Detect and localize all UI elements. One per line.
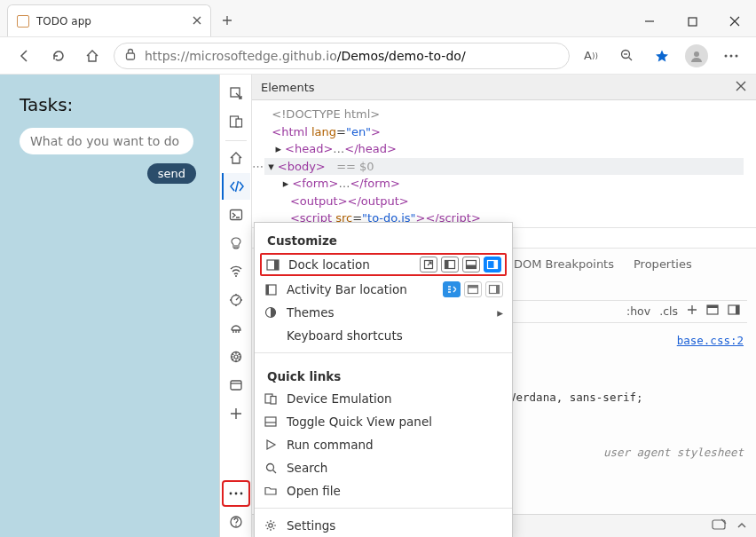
toggle-sidebar-icon[interactable] bbox=[728, 304, 740, 318]
refresh-button[interactable] bbox=[46, 43, 71, 68]
dock-bottom-option[interactable] bbox=[462, 257, 480, 272]
activity-bar-location-row[interactable]: Activity Bar location bbox=[255, 278, 512, 301]
read-aloud-icon[interactable]: A)) bbox=[579, 43, 603, 68]
todo-input[interactable] bbox=[20, 128, 193, 154]
subtab-dom-breakpoints[interactable]: DOM Breakpoints bbox=[514, 257, 614, 271]
gear-icon bbox=[264, 519, 278, 532]
shortcuts-label: Keyboard shortcuts bbox=[287, 328, 403, 343]
abar-top-option[interactable] bbox=[464, 281, 482, 297]
activity-bar bbox=[220, 75, 252, 537]
security-icon[interactable] bbox=[222, 372, 250, 399]
dock-left-option[interactable] bbox=[441, 257, 459, 272]
help-icon[interactable] bbox=[222, 509, 250, 535]
zoom-icon[interactable] bbox=[614, 43, 639, 68]
settings-row[interactable]: Settings bbox=[255, 514, 512, 537]
profile-avatar[interactable] bbox=[685, 44, 708, 67]
search-row[interactable]: Search bbox=[255, 456, 512, 479]
dom-tree[interactable]: <!DOCTYPE html> <html lang="en"> ▸ <head… bbox=[252, 100, 756, 227]
search-label: Search bbox=[287, 461, 327, 475]
browser-tab[interactable]: TODO app bbox=[7, 4, 211, 36]
todo-page: Tasks: send bbox=[0, 75, 219, 537]
url-text: https://microsoftedge.github.io/Demos/de… bbox=[145, 49, 466, 63]
abar-left-option[interactable] bbox=[443, 281, 461, 297]
svg-rect-15 bbox=[231, 381, 241, 390]
inspect-icon[interactable] bbox=[222, 80, 250, 107]
stylesheet-link[interactable]: base.css:2 bbox=[677, 334, 744, 347]
browser-toolbar: https://microsoftedge.github.io/Demos/de… bbox=[0, 37, 756, 75]
dock-undock-option[interactable] bbox=[420, 257, 437, 272]
back-button[interactable] bbox=[12, 43, 37, 68]
keyboard-shortcuts-row[interactable]: Keyboard shortcuts bbox=[255, 324, 512, 347]
new-tab-button[interactable] bbox=[211, 4, 243, 36]
home-button[interactable] bbox=[80, 43, 105, 68]
themes-row[interactable]: Themes ▸ bbox=[255, 301, 512, 324]
activity-bar-icon bbox=[264, 284, 278, 296]
window-minimize-button[interactable] bbox=[628, 6, 671, 36]
browser-titlebar: TODO app bbox=[0, 0, 756, 37]
svg-point-3 bbox=[694, 51, 699, 57]
svg-rect-9 bbox=[236, 119, 242, 127]
css-rule-text: Verdana, sans-serif; bbox=[509, 391, 643, 404]
favorite-star-icon[interactable] bbox=[650, 43, 674, 68]
devtools-close-icon[interactable] bbox=[735, 80, 747, 95]
elements-icon[interactable] bbox=[222, 173, 250, 200]
window-close-button[interactable] bbox=[713, 6, 756, 36]
welcome-icon[interactable] bbox=[222, 145, 250, 171]
computed-styles-icon[interactable] bbox=[706, 304, 719, 318]
chevron-up-icon[interactable] bbox=[736, 519, 747, 533]
hov-toggle[interactable]: :hov bbox=[626, 304, 650, 318]
run-command-row[interactable]: Run command bbox=[255, 433, 512, 456]
dock-location-label: Dock location bbox=[288, 257, 370, 272]
themes-icon bbox=[264, 306, 278, 319]
toggle-quickview-row[interactable]: Toggle Quick View panel bbox=[255, 410, 512, 433]
svg-point-17 bbox=[234, 493, 237, 495]
svg-rect-43 bbox=[271, 397, 276, 405]
add-tool-icon[interactable] bbox=[222, 400, 250, 427]
svg-point-20 bbox=[235, 525, 237, 526]
folder-icon bbox=[264, 486, 278, 496]
device-emulation-row[interactable]: Device Emulation bbox=[255, 387, 512, 410]
cls-toggle[interactable]: .cls bbox=[659, 304, 678, 318]
sources-icon[interactable] bbox=[222, 230, 250, 257]
svg-rect-34 bbox=[494, 261, 498, 269]
open-file-row[interactable]: Open file bbox=[255, 479, 512, 502]
device-emulation-label: Device Emulation bbox=[287, 391, 392, 406]
svg-point-18 bbox=[240, 493, 242, 495]
popup-heading-quicklinks: Quick links bbox=[255, 359, 512, 387]
svg-point-46 bbox=[269, 524, 272, 527]
issues-icon[interactable] bbox=[712, 519, 726, 533]
panel-tab-elements[interactable]: Elements bbox=[261, 81, 315, 94]
more-tools-button[interactable] bbox=[222, 480, 250, 507]
close-tab-icon[interactable] bbox=[193, 15, 201, 28]
more-menu-button[interactable] bbox=[719, 43, 744, 68]
device-toggle-icon[interactable] bbox=[222, 108, 250, 135]
svg-rect-22 bbox=[707, 305, 718, 308]
popup-heading-customize: Customize bbox=[255, 223, 512, 251]
lock-icon bbox=[125, 48, 136, 63]
new-style-rule-icon[interactable] bbox=[687, 304, 697, 318]
dock-location-row[interactable]: Dock location bbox=[260, 253, 507, 276]
tab-title: TODO app bbox=[36, 15, 91, 28]
toggle-quickview-label: Toggle Quick View panel bbox=[287, 415, 432, 429]
network-icon[interactable] bbox=[222, 258, 250, 285]
performance-icon[interactable] bbox=[222, 287, 250, 313]
abar-right-option[interactable] bbox=[485, 281, 503, 297]
memory-icon[interactable] bbox=[222, 315, 250, 342]
subtab-properties[interactable]: Properties bbox=[634, 257, 692, 271]
svg-point-45 bbox=[266, 463, 273, 470]
open-file-label: Open file bbox=[287, 484, 341, 498]
window-maximize-button[interactable] bbox=[671, 6, 713, 36]
svg-rect-10 bbox=[230, 210, 241, 220]
address-bar[interactable]: https://microsoftedge.github.io/Demos/de… bbox=[114, 43, 570, 69]
send-button[interactable]: send bbox=[147, 163, 196, 184]
activity-bar-label: Activity Bar location bbox=[287, 282, 407, 296]
themes-label: Themes bbox=[287, 305, 335, 320]
application-icon[interactable] bbox=[222, 344, 250, 370]
dom-doctype: <!DOCTYPE html> bbox=[272, 107, 380, 121]
svg-point-6 bbox=[736, 54, 738, 57]
svg-rect-24 bbox=[736, 305, 739, 314]
console-icon[interactable] bbox=[222, 201, 250, 228]
dock-right-option[interactable] bbox=[484, 257, 501, 272]
svg-point-14 bbox=[234, 355, 238, 359]
dom-body-row[interactable]: ⋯ ▾ <body> == $0 bbox=[264, 158, 744, 176]
